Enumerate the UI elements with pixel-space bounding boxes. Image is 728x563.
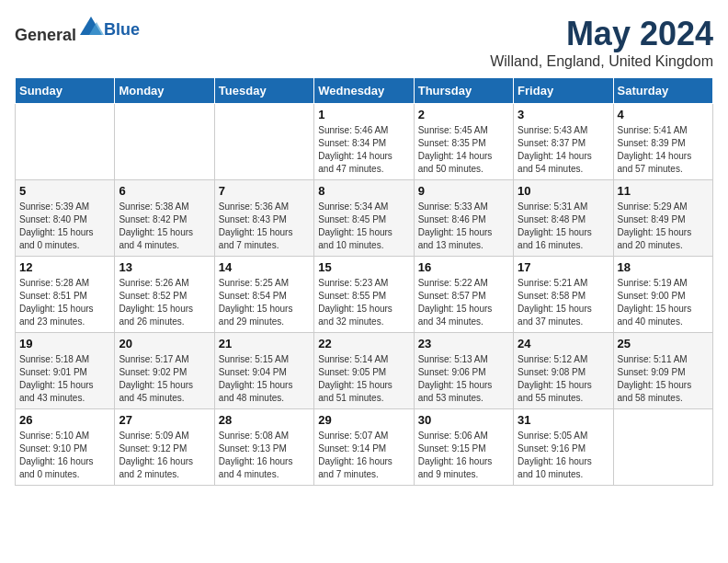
calendar-cell: 22Sunrise: 5:14 AMSunset: 9:05 PMDayligh… (314, 333, 414, 409)
day-number: 21 (219, 337, 310, 350)
calendar-week-row: 5Sunrise: 5:39 AMSunset: 8:40 PMDaylight… (16, 180, 713, 257)
calendar-week-row: 26Sunrise: 5:10 AMSunset: 9:10 PMDayligh… (16, 409, 713, 486)
calendar-cell (214, 104, 313, 180)
day-info: Sunrise: 5:38 AMSunset: 8:42 PMDaylight:… (119, 201, 210, 252)
weekday-header: Monday (115, 78, 214, 104)
day-number: 3 (518, 108, 609, 121)
day-info: Sunrise: 5:10 AMSunset: 9:10 PMDaylight:… (19, 430, 110, 481)
calendar-cell: 31Sunrise: 5:05 AMSunset: 9:16 PMDayligh… (514, 409, 613, 486)
day-info: Sunrise: 5:18 AMSunset: 9:01 PMDaylight:… (19, 353, 110, 405)
day-info: Sunrise: 5:23 AMSunset: 8:55 PMDaylight:… (318, 277, 409, 328)
calendar-cell: 5Sunrise: 5:39 AMSunset: 8:40 PMDaylight… (16, 180, 115, 257)
day-info: Sunrise: 5:45 AMSunset: 8:35 PMDaylight:… (418, 124, 509, 176)
weekday-header: Friday (514, 78, 613, 104)
day-number: 8 (318, 184, 409, 198)
logo: General Blue (15, 15, 140, 45)
calendar-cell: 21Sunrise: 5:15 AMSunset: 9:04 PMDayligh… (214, 333, 313, 409)
day-number: 27 (119, 413, 210, 427)
calendar-cell: 9Sunrise: 5:33 AMSunset: 8:46 PMDaylight… (414, 180, 513, 257)
calendar-cell: 3Sunrise: 5:43 AMSunset: 8:37 PMDaylight… (514, 104, 613, 180)
calendar-cell: 19Sunrise: 5:18 AMSunset: 9:01 PMDayligh… (16, 333, 115, 409)
calendar-cell: 4Sunrise: 5:41 AMSunset: 8:39 PMDaylight… (613, 104, 712, 180)
day-info: Sunrise: 5:21 AMSunset: 8:58 PMDaylight:… (518, 277, 609, 328)
calendar-cell: 20Sunrise: 5:17 AMSunset: 9:02 PMDayligh… (115, 333, 214, 409)
day-info: Sunrise: 5:41 AMSunset: 8:39 PMDaylight:… (618, 124, 709, 176)
weekday-header: Saturday (613, 78, 712, 104)
day-info: Sunrise: 5:36 AMSunset: 8:43 PMDaylight:… (219, 201, 310, 252)
day-number: 5 (19, 184, 110, 198)
day-info: Sunrise: 5:46 AMSunset: 8:34 PMDaylight:… (318, 124, 409, 176)
location-title: Willand, England, United Kingdom (490, 53, 713, 70)
calendar-cell: 8Sunrise: 5:34 AMSunset: 8:45 PMDaylight… (314, 180, 414, 257)
day-info: Sunrise: 5:43 AMSunset: 8:37 PMDaylight:… (518, 124, 609, 176)
calendar-cell: 26Sunrise: 5:10 AMSunset: 9:10 PMDayligh… (16, 409, 115, 486)
day-number: 19 (19, 337, 110, 350)
day-info: Sunrise: 5:34 AMSunset: 8:45 PMDaylight:… (318, 201, 409, 252)
day-number: 20 (119, 337, 210, 350)
calendar-cell: 24Sunrise: 5:12 AMSunset: 9:08 PMDayligh… (514, 333, 613, 409)
calendar-cell: 30Sunrise: 5:06 AMSunset: 9:15 PMDayligh… (414, 409, 513, 486)
day-info: Sunrise: 5:09 AMSunset: 9:12 PMDaylight:… (119, 430, 210, 481)
calendar-week-row: 12Sunrise: 5:28 AMSunset: 8:51 PMDayligh… (16, 257, 713, 333)
day-info: Sunrise: 5:14 AMSunset: 9:05 PMDaylight:… (318, 353, 409, 405)
calendar-cell: 17Sunrise: 5:21 AMSunset: 8:58 PMDayligh… (514, 257, 613, 333)
logo-blue-text: Blue (104, 20, 140, 39)
day-info: Sunrise: 5:25 AMSunset: 8:54 PMDaylight:… (219, 277, 310, 328)
day-info: Sunrise: 5:31 AMSunset: 8:48 PMDaylight:… (518, 201, 609, 252)
calendar-cell: 25Sunrise: 5:11 AMSunset: 9:09 PMDayligh… (613, 333, 712, 409)
day-number: 31 (518, 413, 609, 427)
day-info: Sunrise: 5:29 AMSunset: 8:49 PMDaylight:… (618, 201, 709, 252)
calendar-cell: 23Sunrise: 5:13 AMSunset: 9:06 PMDayligh… (414, 333, 513, 409)
day-info: Sunrise: 5:19 AMSunset: 9:00 PMDaylight:… (618, 277, 709, 328)
day-info: Sunrise: 5:08 AMSunset: 9:13 PMDaylight:… (219, 430, 310, 481)
calendar-cell: 29Sunrise: 5:07 AMSunset: 9:14 PMDayligh… (314, 409, 414, 486)
day-number: 26 (19, 413, 110, 427)
day-number: 17 (518, 260, 609, 274)
weekday-header: Wednesday (314, 78, 414, 104)
day-number: 30 (418, 413, 509, 427)
day-info: Sunrise: 5:12 AMSunset: 9:08 PMDaylight:… (518, 353, 609, 405)
calendar-cell (16, 104, 115, 180)
calendar-cell: 2Sunrise: 5:45 AMSunset: 8:35 PMDaylight… (414, 104, 513, 180)
day-info: Sunrise: 5:17 AMSunset: 9:02 PMDaylight:… (119, 353, 210, 405)
day-info: Sunrise: 5:22 AMSunset: 8:57 PMDaylight:… (418, 277, 509, 328)
header: General Blue May 2024 Willand, England, … (15, 15, 713, 70)
day-number: 4 (618, 108, 709, 121)
day-number: 11 (618, 184, 709, 198)
calendar-cell: 28Sunrise: 5:08 AMSunset: 9:13 PMDayligh… (214, 409, 313, 486)
day-info: Sunrise: 5:28 AMSunset: 8:51 PMDaylight:… (19, 277, 110, 328)
weekday-header: Thursday (414, 78, 513, 104)
day-number: 9 (418, 184, 509, 198)
day-number: 14 (219, 260, 310, 274)
day-number: 22 (318, 337, 409, 350)
day-number: 6 (119, 184, 210, 198)
day-number: 7 (219, 184, 310, 198)
day-info: Sunrise: 5:06 AMSunset: 9:15 PMDaylight:… (418, 430, 509, 481)
calendar-cell: 1Sunrise: 5:46 AMSunset: 8:34 PMDaylight… (314, 104, 414, 180)
calendar-cell: 14Sunrise: 5:25 AMSunset: 8:54 PMDayligh… (214, 257, 313, 333)
day-info: Sunrise: 5:39 AMSunset: 8:40 PMDaylight:… (19, 201, 110, 252)
day-info: Sunrise: 5:07 AMSunset: 9:14 PMDaylight:… (318, 430, 409, 481)
day-number: 2 (418, 108, 509, 121)
day-info: Sunrise: 5:11 AMSunset: 9:09 PMDaylight:… (618, 353, 709, 405)
calendar-cell: 7Sunrise: 5:36 AMSunset: 8:43 PMDaylight… (214, 180, 313, 257)
calendar-week-row: 1Sunrise: 5:46 AMSunset: 8:34 PMDaylight… (16, 104, 713, 180)
day-number: 16 (418, 260, 509, 274)
calendar-cell: 12Sunrise: 5:28 AMSunset: 8:51 PMDayligh… (16, 257, 115, 333)
calendar-cell (115, 104, 214, 180)
day-info: Sunrise: 5:05 AMSunset: 9:16 PMDaylight:… (518, 430, 609, 481)
calendar-cell: 13Sunrise: 5:26 AMSunset: 8:52 PMDayligh… (115, 257, 214, 333)
weekday-header: Sunday (16, 78, 115, 104)
weekday-header: Tuesday (214, 78, 313, 104)
logo-icon (78, 15, 104, 40)
day-number: 28 (219, 413, 310, 427)
calendar-cell: 15Sunrise: 5:23 AMSunset: 8:55 PMDayligh… (314, 257, 414, 333)
day-number: 18 (618, 260, 709, 274)
day-number: 10 (518, 184, 609, 198)
logo-general-text: General (15, 26, 76, 44)
calendar-cell: 10Sunrise: 5:31 AMSunset: 8:48 PMDayligh… (514, 180, 613, 257)
calendar-cell: 18Sunrise: 5:19 AMSunset: 9:00 PMDayligh… (613, 257, 712, 333)
day-info: Sunrise: 5:33 AMSunset: 8:46 PMDaylight:… (418, 201, 509, 252)
day-info: Sunrise: 5:13 AMSunset: 9:06 PMDaylight:… (418, 353, 509, 405)
calendar-cell: 11Sunrise: 5:29 AMSunset: 8:49 PMDayligh… (613, 180, 712, 257)
